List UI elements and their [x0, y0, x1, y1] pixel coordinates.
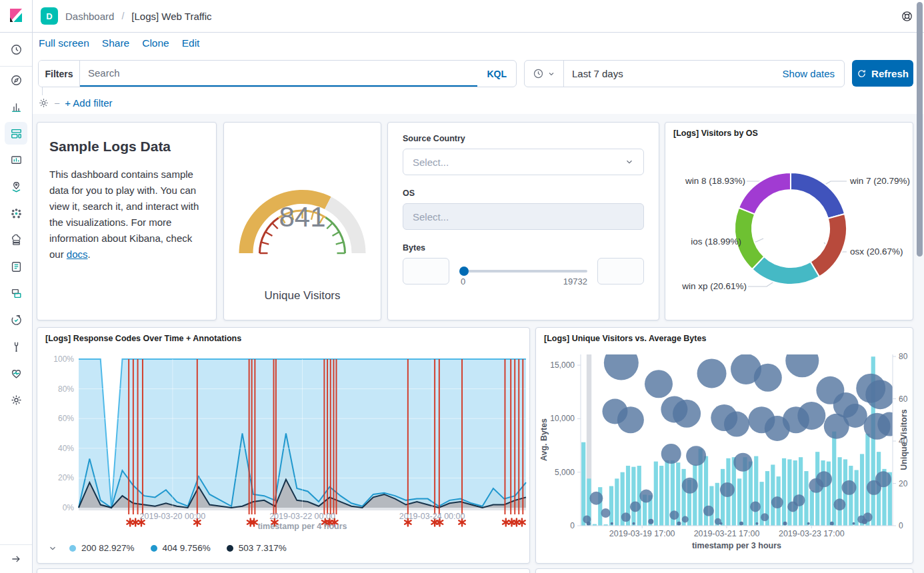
avg-bytes-bar[interactable] [721, 469, 725, 526]
unique-visitors-bubble[interactable] [604, 346, 639, 380]
search-input[interactable] [80, 61, 477, 87]
donut-slice-win 7[interactable] [791, 173, 845, 219]
unique-visitors-bubble[interactable] [686, 446, 706, 466]
avg-bytes-bar[interactable] [631, 467, 635, 526]
avg-bytes-bar[interactable] [665, 460, 669, 526]
unique-visitors-bubble[interactable] [682, 478, 698, 494]
unique-visitors-bubble[interactable] [617, 406, 644, 433]
source-country-select[interactable]: Select... [403, 149, 644, 175]
unique-visitors-bubble[interactable] [720, 522, 723, 525]
time-quick-select-button[interactable] [525, 61, 564, 87]
area-chart[interactable]: 0%20%40%60%80%100%2019-03-20 00:002019-0… [37, 328, 529, 563]
space-avatar[interactable]: D [41, 7, 58, 25]
edit-button[interactable]: Edit [182, 37, 200, 49]
unique-visitors-bubble[interactable] [750, 501, 761, 512]
unique-visitors-bubble[interactable] [673, 400, 701, 428]
unique-visitors-bubble[interactable] [875, 471, 891, 487]
docs-link[interactable]: docs [67, 249, 88, 260]
bytes-min-input[interactable] [403, 258, 449, 285]
unique-visitors-bubble[interactable] [601, 508, 610, 518]
avg-bytes-bar[interactable] [838, 457, 842, 526]
sidebar-item-logs[interactable] [0, 253, 32, 280]
add-filter-link[interactable]: + Add filter [65, 97, 112, 109]
sidebar-item-discover[interactable] [0, 67, 32, 93]
avg-bytes-bar[interactable] [771, 464, 775, 526]
unique-visitors-bubble[interactable] [783, 522, 787, 526]
unique-visitors-bubble[interactable] [833, 498, 845, 510]
panel-unique-visitors-gauge[interactable]: 841 Unique Visitors [223, 122, 381, 320]
unique-visitors-bubble[interactable] [639, 490, 653, 503]
avg-bytes-bar[interactable] [832, 432, 836, 526]
avg-bytes-bar[interactable] [799, 457, 803, 526]
unique-visitors-bubble[interactable] [677, 522, 681, 526]
bytes-slider[interactable]: 0 19732 [459, 258, 587, 288]
os-select[interactable]: Select... [403, 203, 644, 230]
unique-visitors-bubble[interactable] [621, 512, 631, 522]
unique-visitors-bubble[interactable] [830, 522, 834, 526]
legend-chevron-icon[interactable] [48, 544, 57, 553]
kibana-logo[interactable] [0, 0, 33, 32]
avg-bytes-bar[interactable] [659, 466, 663, 526]
unique-visitors-bubble[interactable] [761, 513, 769, 521]
unique-visitors-bubble[interactable] [645, 370, 673, 398]
unique-visitors-bubble[interactable] [841, 480, 856, 495]
avg-bytes-bar[interactable] [581, 442, 585, 526]
avg-bytes-bar[interactable] [693, 464, 697, 526]
filters-button[interactable]: Filters [39, 61, 80, 87]
unique-visitors-bubble[interactable] [785, 344, 819, 377]
sidebar-collapse-button[interactable] [0, 545, 32, 573]
avg-bytes-bar[interactable] [804, 471, 808, 526]
slider-track[interactable] [459, 270, 587, 273]
vertical-scrollbar[interactable] [917, 2, 923, 257]
unique-visitors-bubble[interactable] [739, 522, 743, 526]
avg-bytes-bar[interactable] [749, 462, 753, 526]
kql-toggle[interactable]: KQL [477, 69, 516, 79]
sidebar-item-management[interactable] [0, 386, 32, 413]
unique-visitors-bubble[interactable] [611, 522, 613, 525]
full-screen-button[interactable]: Full screen [39, 37, 89, 49]
panel-response-codes[interactable]: [Logs] Response Codes Over Time + Annota… [37, 327, 530, 564]
unique-visitors-bubble[interactable] [661, 444, 681, 464]
bytes-max-input[interactable] [597, 258, 644, 285]
unique-visitors-bubble[interactable] [733, 453, 752, 472]
legend-item-503[interactable]: 503 7.317% [227, 543, 287, 553]
legend-item-404[interactable]: 404 9.756% [151, 543, 211, 553]
sidebar-item-infrastructure[interactable] [0, 227, 32, 253]
unique-visitors-bubble[interactable] [754, 364, 782, 392]
clone-button[interactable]: Clone [142, 37, 169, 49]
unique-visitors-bubble[interactable] [843, 404, 867, 428]
sidebar-item-uptime[interactable] [0, 306, 32, 333]
unique-visitors-bubble[interactable] [755, 522, 758, 525]
avg-bytes-bar[interactable] [793, 460, 797, 526]
avg-bytes-bar[interactable] [615, 478, 619, 526]
sidebar-item-machine-learning[interactable] [0, 200, 32, 227]
avg-bytes-bar[interactable] [782, 458, 786, 526]
avg-bytes-bar[interactable] [827, 462, 831, 526]
unique-visitors-bubble[interactable] [816, 471, 832, 487]
bar-bubble-chart[interactable]: 05,00010,00015,0000204060802019-03-19 17… [536, 328, 913, 563]
donut-chart[interactable]: win 8 (18.93%)win 7 (20.79%)ios (18.99%)… [665, 141, 913, 320]
donut-slice-osx[interactable] [811, 214, 847, 277]
panel-visitors-by-os[interactable]: [Logs] Visitors by OS win 8 (18.93%)win … [665, 122, 913, 320]
unique-visitors-bubble[interactable] [633, 522, 635, 525]
unique-visitors-bubble[interactable] [587, 522, 591, 526]
unique-visitors-bubble[interactable] [589, 492, 603, 505]
breadcrumb-dashboard[interactable]: Dashboard [65, 11, 114, 22]
filter-options-gear-icon[interactable] [38, 97, 49, 109]
unique-visitors-bubble[interactable] [648, 519, 653, 524]
donut-slice-win xp[interactable] [752, 257, 819, 285]
unique-visitors-bubble[interactable] [797, 402, 825, 430]
avg-bytes-bar[interactable] [654, 462, 658, 526]
slider-handle[interactable] [459, 267, 469, 276]
sidebar-item-apm[interactable] [0, 280, 32, 306]
unique-visitors-bubble[interactable] [669, 510, 679, 520]
donut-slice-win 8[interactable] [739, 173, 791, 214]
sidebar-item-visualize[interactable] [0, 93, 32, 120]
avg-bytes-bar[interactable] [855, 470, 859, 526]
unique-visitors-bubble[interactable] [853, 522, 855, 525]
avg-bytes-bar[interactable] [810, 490, 814, 526]
unique-visitors-bubble[interactable] [793, 494, 805, 506]
unique-visitors-bubble[interactable] [724, 412, 749, 437]
avg-bytes-bar[interactable] [609, 486, 613, 526]
sidebar-item-canvas[interactable] [0, 147, 32, 173]
